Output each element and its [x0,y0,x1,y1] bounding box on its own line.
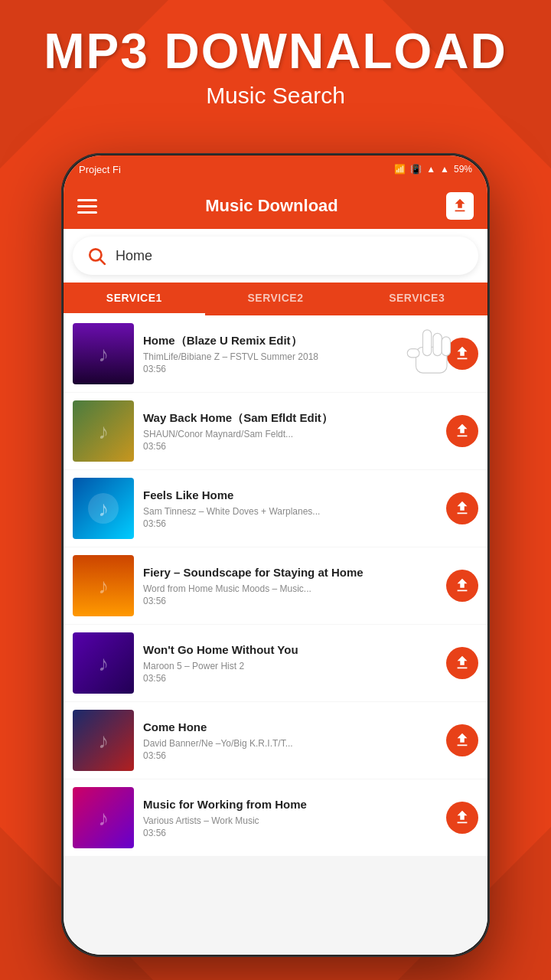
song-details: Home（Blaze U Remix Edit） ThimLife/Bibian… [143,333,437,374]
download-button[interactable] [446,802,478,834]
list-item: ♪ Home（Blaze U Remix Edit） ThimLife/Bibi… [64,315,487,392]
song-details: Way Back Home（Sam Efldt Edit） SHAUN/Cono… [143,410,437,452]
song-artist: Sam Tinnesz – White Doves + Warplanes... [143,506,437,517]
song-artist: SHAUN/Conor Maynard/Sam Feldt... [143,429,437,439]
download-button[interactable] [446,647,478,679]
song-details: Fiery – Soundscape for Staying at Home W… [143,565,437,606]
header-section: MP3 DOWNALOAD Music Search [0,23,551,109]
search-icon [86,246,106,266]
search-bar[interactable] [73,237,478,275]
song-duration: 03:56 [143,596,437,606]
list-item: ♪ Way Back Home（Sam Efldt Edit） SHAUN/Co… [64,393,487,469]
bluetooth-icon: 📶 [394,164,406,175]
song-thumbnail: ♪ [73,478,134,539]
download-button[interactable] [446,415,478,447]
song-thumbnail: ♪ [73,632,134,694]
status-icons: 📶 📳 ▲ ▲ 59% [394,164,472,175]
song-details: Won't Go Home Without You Maroon 5 – Pow… [143,642,437,684]
app-bar: Music Download [64,183,487,229]
song-artist: Word from Home Music Moods – Music... [143,583,437,594]
list-item: ♪ Music for Working from Home Various Ar… [64,779,487,856]
download-action-button[interactable] [446,192,474,220]
download-icon [452,198,468,214]
svg-text:♪: ♪ [98,652,109,675]
svg-text:♪: ♪ [98,729,109,753]
svg-text:♪: ♪ [98,574,109,598]
song-details: Feels Like Home Sam Tinnesz – White Dove… [143,488,437,529]
hamburger-line-2 [77,205,97,207]
song-title: Music for Working from Home [143,797,437,812]
battery-text: 59% [454,164,472,175]
main-title: MP3 DOWNALOAD [0,23,551,80]
song-duration: 03:56 [143,364,437,374]
hamburger-line-3 [77,211,97,214]
song-details: Come Hone David Banner/Ne –Yo/Big K.R.I.… [143,720,437,761]
menu-button[interactable] [77,199,97,214]
svg-line-1 [100,260,105,264]
svg-text:♪: ♪ [98,497,109,521]
svg-text:♪: ♪ [98,420,109,443]
main-subtitle: Music Search [0,83,551,109]
song-duration: 03:56 [143,750,437,761]
service-tabs: SERVICE1 SERVICE2 SERVICE3 [64,283,487,315]
song-title: Come Hone [143,720,437,735]
list-item: ♪ Fiery – Soundscape for Staying at Home… [64,547,487,624]
song-duration: 03:56 [143,828,437,838]
svg-text:♪: ♪ [98,342,109,366]
song-title: Way Back Home（Sam Efldt Edit） [143,410,437,426]
song-thumbnail: ♪ [73,710,134,771]
vibrate-icon: 📳 [410,164,422,175]
status-bar: Project Fi 📶 📳 ▲ ▲ 59% [64,155,487,183]
song-duration: 03:56 [143,518,437,529]
song-details: Music for Working from Home Various Arti… [143,797,437,838]
list-item: ♪ Come Hone David Banner/Ne –Yo/Big K.R.… [64,702,487,779]
list-item: ♪ Won't Go Home Without You Maroon 5 – P… [64,625,487,701]
tab-service2[interactable]: SERVICE2 [205,283,347,315]
song-title: Home（Blaze U Remix Edit） [143,333,437,348]
song-artist: Various Artists – Work Music [143,815,437,826]
search-input[interactable] [116,248,465,264]
search-section [64,229,487,283]
song-thumbnail: ♪ [73,787,134,848]
list-item: ♪ Feels Like Home Sam Tinnesz – White Do… [64,470,487,547]
song-title: Feels Like Home [143,488,437,503]
phone-frame: Project Fi 📶 📳 ▲ ▲ 59% Music Download [61,153,490,957]
song-thumbnail: ♪ [73,323,134,384]
song-title: Won't Go Home Without You [143,642,437,658]
tab-service3[interactable]: SERVICE3 [346,283,487,315]
song-thumbnail: ♪ [73,555,134,616]
tab-service1[interactable]: SERVICE1 [64,283,205,315]
song-list: ♪ Home（Blaze U Remix Edit） ThimLife/Bibi… [64,315,487,955]
download-button[interactable] [446,338,478,370]
download-button[interactable] [446,492,478,524]
song-duration: 03:56 [143,673,437,684]
song-artist: David Banner/Ne –Yo/Big K.R.I.T/T... [143,738,437,749]
song-thumbnail: ♪ [73,400,134,462]
song-duration: 03:56 [143,441,437,452]
wifi-icon: ▲ [426,164,435,175]
download-button[interactable] [446,570,478,602]
phone-screen: Project Fi 📶 📳 ▲ ▲ 59% Music Download [64,155,487,955]
song-title: Fiery – Soundscape for Staying at Home [143,565,437,580]
carrier-text: Project Fi [79,164,121,175]
song-artist: Maroon 5 – Power Hist 2 [143,661,437,671]
song-artist: ThimLife/Bibiane Z – FSTVL Summer 2018 [143,351,437,362]
app-title: Music Download [205,196,338,216]
svg-text:♪: ♪ [98,806,109,830]
hamburger-line-1 [77,199,97,201]
signal-icon: ▲ [440,164,449,175]
download-button[interactable] [446,724,478,756]
